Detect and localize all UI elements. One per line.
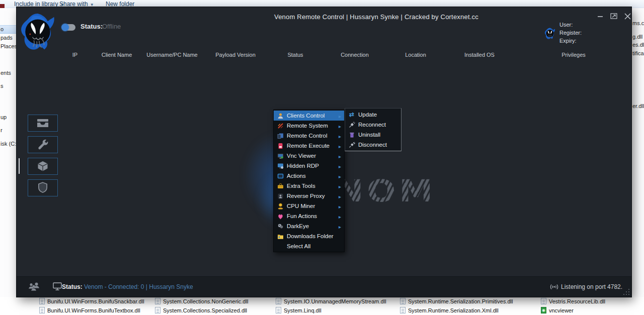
fun-actions-icon [277, 213, 284, 220]
actions-icon [277, 172, 284, 179]
builder-panel-button[interactable] [28, 158, 58, 175]
submenu-arrow-icon [339, 222, 341, 231]
column-header-client-name: Client Name [102, 52, 132, 58]
blank-icon-spacer [277, 243, 284, 250]
file-item[interactable]: System.IO.UnmanagedMemoryStream.dll [276, 297, 386, 305]
menu-item-hidden-rdp[interactable]: Hidden RDP [274, 161, 344, 171]
menu-item-select-all[interactable]: Select All [274, 241, 344, 251]
nav-item-fragment[interactable]: r [1, 127, 3, 133]
menu-item-reverse-proxy[interactable]: Reverse Proxy [274, 191, 344, 201]
submenu-arrow-icon [339, 111, 341, 120]
file-item[interactable]: System.Runtime.Serialization.Primitives.… [400, 297, 513, 305]
new-folder-button[interactable]: New folder [106, 1, 134, 8]
minimize-button[interactable] [595, 11, 605, 21]
submenu-arrow-icon [339, 181, 341, 190]
column-header-connection: Connection [341, 52, 369, 58]
share-with-button[interactable]: Share with▼ [59, 1, 94, 8]
register-label: Register: [559, 30, 582, 36]
file-item[interactable]: System.Collections.Specialized.dll [155, 306, 247, 314]
nav-item-fragment[interactable]: isk (C:) [1, 141, 18, 147]
downloads-folder-icon [277, 233, 284, 240]
nav-item-fragment[interactable]: s [1, 83, 4, 89]
darkeye-icon [277, 223, 284, 230]
file-item[interactable]: Bunifu.UI.WinForms.BunifuSnackbar.dll [39, 297, 144, 305]
column-header-status: Status [287, 52, 303, 58]
security-panel-button[interactable] [28, 179, 58, 196]
menu-item-remote-control[interactable]: Remote Control [274, 131, 344, 141]
window-controls [595, 11, 632, 21]
explorer-file-list: Bunifu.UI.WinForms.BunifuSnackbar.dll Sy… [0, 297, 644, 315]
clients-group-icon [28, 281, 41, 295]
connection-status-text: Status: Venom - Connected: 0 | Hussaryn … [62, 283, 193, 290]
nav-item-fragment[interactable]: Places [1, 43, 17, 49]
active-section-indicator [19, 158, 20, 174]
clients-panel-button[interactable] [28, 115, 58, 132]
menu-item-fun-actions[interactable]: Fun Actions [274, 211, 344, 221]
file-item[interactable]: Bunifu.UI.WinForms.BunifuTextbox.dll [39, 306, 140, 314]
include-in-library-button[interactable]: Include in library▼ [14, 1, 64, 8]
close-icon [623, 12, 632, 21]
menu-item-remote-execute[interactable]: Remote Execute [274, 141, 344, 151]
screen: Include in library▼ Share with▼ New fold… [0, 0, 644, 315]
window-title: Venom Remote Control | Hussaryn Synke | … [163, 13, 590, 21]
resize-grip[interactable] [623, 289, 629, 295]
file-name-fragment: es.dl [632, 42, 644, 48]
nav-item-fragment[interactable]: pads [1, 35, 13, 41]
toolbar-red-icon [0, 4, 5, 8]
submenu-arrow-icon [339, 191, 341, 200]
submenu-item-uninstall[interactable]: Uninstall [345, 130, 401, 140]
file-item[interactable]: System.Linq.dll [276, 306, 321, 314]
dll-file-icon [541, 298, 546, 304]
toggle-knob [61, 24, 69, 31]
file-item[interactable]: System.Runtime.Serialization.Xml.dll [400, 306, 499, 314]
close-button[interactable] [622, 11, 632, 21]
package-icon [36, 160, 50, 172]
antenna-icon [550, 283, 558, 293]
dll-file-icon [276, 307, 281, 313]
maximize-button[interactable] [609, 11, 619, 21]
menu-item-cpu-miner[interactable]: CPU Miner [274, 201, 344, 211]
submenu-item-update[interactable]: ⇄ Update [345, 110, 401, 120]
nav-item-fragment[interactable]: o [1, 26, 4, 32]
file-item[interactable]: System.Collections.NonGeneric.dll [155, 297, 248, 305]
maximize-icon [610, 12, 618, 20]
status-toggle[interactable] [62, 24, 75, 31]
cpu-miner-icon [277, 202, 284, 209]
menu-item-darkeye[interactable]: DarkEye [274, 221, 344, 231]
file-item[interactable]: Vestris.ResourceLib.dll [541, 297, 605, 305]
submenu-arrow-icon [339, 201, 341, 211]
extra-tools-icon [277, 182, 284, 189]
menu-item-extra-tools[interactable]: Extra Tools [274, 181, 344, 191]
user-icon [277, 112, 284, 119]
submenu-item-reconnect[interactable]: Reconnect [345, 120, 401, 130]
explorer-right-edge: ms.c g.dll es.dl tifica er.dll [631, 8, 644, 297]
submenu-arrow-icon [339, 121, 341, 130]
submenu-arrow-icon [339, 141, 341, 150]
submenu-arrow-icon [339, 161, 341, 170]
expiry-label: Expiry: [559, 38, 577, 44]
monitor-icon [53, 282, 62, 293]
toolbar-separator [54, 1, 55, 7]
menu-item-actions[interactable]: Actions [274, 171, 344, 181]
context-menu: Clients Control Remote System Remote Con… [273, 110, 345, 252]
menu-item-downloads-folder[interactable]: Downloads Folder [274, 231, 344, 241]
nav-item-fragment[interactable]: ents [1, 70, 11, 76]
tools-panel-button[interactable] [28, 136, 58, 153]
menu-item-vnc-viewer[interactable]: Vnc Viewer [274, 151, 344, 161]
dll-file-icon [39, 298, 45, 304]
wrench-icon [36, 138, 49, 151]
update-icon: ⇄ [348, 111, 355, 118]
nav-item-fragment[interactable]: up [1, 114, 7, 120]
file-item[interactable]: vncviewer [541, 306, 574, 314]
submenu-item-disconnect[interactable]: Disconnect [345, 140, 401, 150]
remote-system-icon [277, 122, 284, 129]
venom-logo [18, 12, 57, 59]
minimize-icon [597, 13, 604, 20]
menu-item-remote-system[interactable]: Remote System [274, 121, 344, 131]
column-header-installed-os: Installed OS [464, 52, 495, 58]
menu-item-clients-control[interactable]: Clients Control [274, 111, 344, 121]
column-header-payload-version: Payload Version [215, 52, 256, 58]
file-name-fragment: ms.c [632, 20, 644, 26]
submenu-arrow-icon [339, 151, 341, 160]
inbox-icon [36, 117, 50, 129]
